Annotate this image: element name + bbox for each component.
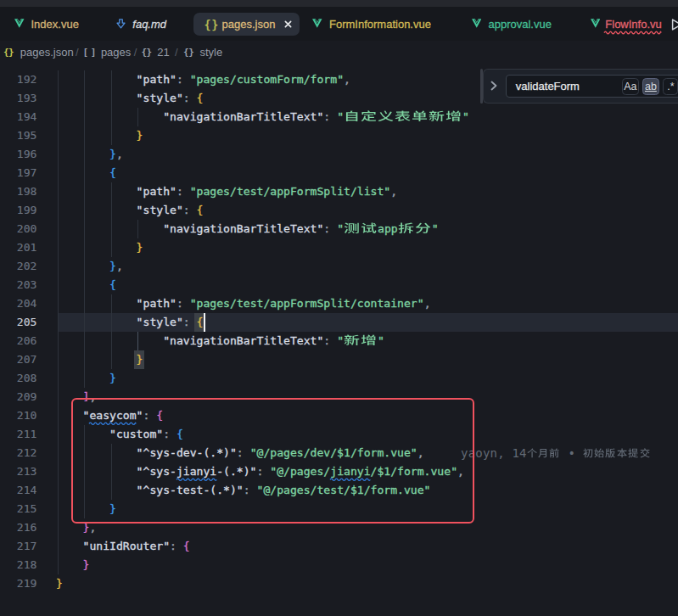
tab-label[interactable]: FlowInfo.vu bbox=[605, 18, 661, 31]
breadcrumb-item[interactable]: 21 bbox=[157, 41, 169, 64]
line-number: 201 bbox=[0, 238, 37, 257]
text-cursor bbox=[204, 313, 205, 332]
token-b1: } bbox=[137, 129, 143, 142]
line-number: 214 bbox=[0, 481, 37, 500]
code-editor[interactable]: 192 "path": "pages/customForm/form",193 … bbox=[0, 64, 678, 616]
find-match-case-toggle[interactable]: Aa bbox=[622, 78, 639, 95]
find-regex-toggle[interactable]: .* bbox=[663, 78, 678, 95]
code-line: "path": "pages/customForm/form", bbox=[56, 70, 350, 89]
token-k: "navigationBarTitleText" bbox=[163, 110, 323, 123]
line-number: 213 bbox=[0, 462, 37, 481]
line-number: 203 bbox=[0, 276, 37, 294]
cjk-glyph bbox=[605, 448, 615, 458]
find-whole-word-label: ab bbox=[645, 81, 657, 92]
line-number: 197 bbox=[0, 164, 37, 182]
find-input-value: validateForm bbox=[516, 75, 580, 98]
close-icon[interactable] bbox=[284, 20, 292, 28]
indent-whitespace bbox=[56, 241, 137, 254]
indent-whitespace bbox=[56, 92, 137, 104]
find-whole-word-toggle[interactable]: ab bbox=[642, 78, 659, 95]
cjk-glyph bbox=[594, 448, 604, 458]
code-line: "path": "pages/test/appFormSplit/contain… bbox=[56, 294, 431, 313]
token-s: "" bbox=[337, 110, 469, 123]
line-number: 208 bbox=[0, 369, 37, 388]
json-icon: {} bbox=[205, 18, 219, 31]
code-line: } bbox=[56, 350, 143, 369]
indent-whitespace bbox=[56, 297, 137, 310]
code-line: "uniIdRouter": { bbox=[56, 537, 190, 556]
cjk-glyph bbox=[344, 110, 360, 122]
tab-label[interactable]: faq.md bbox=[132, 18, 166, 31]
token-k: "style" bbox=[137, 204, 183, 216]
line-number: 206 bbox=[0, 332, 37, 350]
code-line: "style": { bbox=[56, 313, 203, 332]
cjk-glyph bbox=[628, 448, 638, 458]
indent-whitespace bbox=[56, 129, 137, 142]
toggle-replace-chevron-icon[interactable] bbox=[490, 80, 498, 92]
line-number: 200 bbox=[0, 220, 37, 238]
window-top-edge bbox=[0, 0, 678, 7]
token-p: , bbox=[116, 260, 123, 272]
token-p: : bbox=[323, 222, 337, 235]
line-number: 218 bbox=[0, 556, 37, 574]
breadcrumb-item[interactable]: style bbox=[200, 41, 223, 64]
indent-whitespace bbox=[56, 372, 109, 384]
token-p: : bbox=[183, 92, 197, 104]
cjk-glyph bbox=[583, 448, 593, 458]
token-p: : bbox=[170, 540, 183, 552]
cjk-glyph bbox=[361, 334, 377, 346]
indent-whitespace bbox=[56, 166, 109, 179]
vscode-window: Index.vuefaq.md{}pages.jsonFormInformati… bbox=[0, 0, 678, 616]
indent-whitespace bbox=[56, 185, 137, 198]
tab-label[interactable]: FormInformation.vue bbox=[329, 18, 431, 31]
indent-whitespace bbox=[56, 204, 137, 216]
array-icon-close-bracket: ] bbox=[91, 47, 96, 58]
indent-whitespace bbox=[56, 73, 137, 86]
tab-label[interactable]: approval.vue bbox=[489, 18, 552, 31]
line-number: 198 bbox=[0, 182, 37, 201]
breadcrumb-separator: / bbox=[134, 41, 137, 64]
code-line: } bbox=[56, 126, 143, 145]
token-b1: } bbox=[137, 241, 143, 254]
cjk-glyph bbox=[344, 222, 360, 234]
tab-label[interactable]: Index.vue bbox=[31, 18, 79, 31]
indent-whitespace bbox=[56, 148, 109, 160]
editor-tab-bar: Index.vuefaq.md{}pages.jsonFormInformati… bbox=[0, 0, 678, 41]
token-p: : bbox=[177, 185, 190, 198]
vue-icon bbox=[312, 19, 322, 28]
token-k: "navigationBarTitleText" bbox=[163, 222, 323, 235]
token-b3: } bbox=[109, 372, 116, 384]
line-number: 193 bbox=[0, 89, 37, 108]
line-number: 217 bbox=[0, 537, 37, 556]
find-widget-sash[interactable] bbox=[480, 69, 483, 104]
code-line: "navigationBarTitleText": "app" bbox=[56, 220, 439, 238]
cjk-glyph bbox=[398, 222, 414, 234]
chevron-right-outline-icon[interactable] bbox=[671, 18, 678, 31]
cjk-glyph bbox=[538, 448, 548, 458]
tab-error-squiggle bbox=[604, 31, 661, 35]
breadcrumb-item[interactable]: pages bbox=[101, 41, 131, 64]
line-number: 211 bbox=[0, 425, 37, 444]
line-number: 216 bbox=[0, 518, 37, 537]
code-line: { bbox=[56, 276, 116, 294]
token-p: , bbox=[424, 297, 431, 310]
code-line: } bbox=[56, 369, 116, 388]
cjk-glyph bbox=[395, 110, 411, 122]
code-line: }, bbox=[56, 257, 123, 276]
cjk-glyph bbox=[445, 110, 462, 122]
token-b2: { bbox=[183, 540, 190, 552]
code-line: } bbox=[56, 238, 143, 257]
indent-whitespace bbox=[56, 316, 137, 328]
token-p: : bbox=[177, 297, 190, 310]
cjk-glyph bbox=[527, 448, 537, 458]
token-k: "style" bbox=[137, 92, 183, 104]
breadcrumb[interactable]: {}pages.json/[]pages/{}21/{}style bbox=[0, 41, 678, 64]
indent-whitespace bbox=[56, 260, 109, 272]
find-match-case-label: Aa bbox=[624, 81, 636, 92]
breadcrumb-item[interactable]: pages.json bbox=[20, 41, 74, 64]
tab-label[interactable]: pages.json bbox=[222, 18, 276, 31]
token-p: : bbox=[323, 334, 337, 347]
token-b3: { bbox=[109, 166, 116, 179]
code-line: } bbox=[56, 556, 89, 574]
token-p: : bbox=[177, 73, 190, 86]
